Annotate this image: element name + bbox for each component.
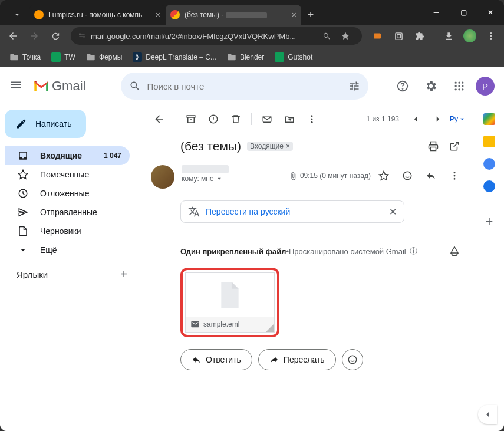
tasks-icon[interactable] <box>483 158 495 170</box>
tune-icon[interactable] <box>348 80 360 92</box>
more-actions-button[interactable] <box>301 108 322 130</box>
gmail-logo[interactable]: Gmail <box>33 78 85 94</box>
calendar-icon[interactable] <box>483 113 495 125</box>
svg-rect-6 <box>397 34 400 38</box>
spam-button[interactable] <box>203 108 224 130</box>
back-to-inbox[interactable] <box>149 108 170 130</box>
bookmark-item[interactable]: Точка <box>5 50 45 64</box>
svg-point-16 <box>458 85 460 87</box>
message-toolbar: 1 из 1 193 Ру <box>140 105 475 133</box>
address-bar: mail.google.com/mail/u/2/#inbox/FMfcgzQV… <box>0 25 504 47</box>
bookmark-item[interactable]: ⟫DeepL Translate – С... <box>128 50 221 64</box>
labels-header: Ярлыки + <box>5 259 136 281</box>
save-to-drive[interactable] <box>444 241 465 262</box>
archive-button[interactable] <box>180 108 202 130</box>
print-button[interactable] <box>423 136 444 157</box>
svg-point-25 <box>311 115 313 117</box>
new-tab-button[interactable]: + <box>302 5 319 25</box>
keep-icon[interactable] <box>483 136 495 147</box>
label-chip[interactable]: Входящие × <box>247 142 293 151</box>
ext-icon-1[interactable] <box>368 27 387 45</box>
site-settings-icon[interactable] <box>78 31 86 41</box>
prev-message[interactable] <box>405 108 426 130</box>
mark-unread-button[interactable] <box>256 108 278 130</box>
nav-inbox[interactable]: Входящие 1 047 <box>5 146 130 165</box>
close-icon[interactable]: × <box>292 10 297 19</box>
header-actions: P <box>391 74 495 98</box>
bookmarks-bar: Точка TW Фермы ⟫DeepL Translate – С... B… <box>0 47 504 67</box>
svg-rect-4 <box>374 34 381 39</box>
reply-quick[interactable] <box>420 165 442 186</box>
forward-button[interactable]: Переслать <box>258 349 336 370</box>
extensions-icon[interactable] <box>410 27 429 45</box>
close-button[interactable]: ✕ <box>477 0 504 25</box>
compose-button[interactable]: Написать <box>5 110 86 138</box>
close-icon[interactable]: × <box>156 10 160 19</box>
input-language[interactable]: Ру <box>450 115 466 123</box>
search-input[interactable] <box>147 81 348 91</box>
info-icon[interactable]: ⓘ <box>410 246 417 256</box>
attachment-preview <box>186 273 274 317</box>
svg-point-26 <box>311 119 313 120</box>
nav-drafts[interactable]: Черновики <box>5 222 130 241</box>
profile-icon[interactable] <box>460 27 479 45</box>
contacts-icon[interactable] <box>483 180 495 192</box>
browser-tab-2[interactable]: (без темы) - × <box>166 5 301 25</box>
sender-avatar[interactable] <box>151 165 174 189</box>
bookmark-item[interactable]: TW <box>47 50 80 64</box>
add-label-button[interactable]: + <box>120 268 127 281</box>
gmail-logo-text: Gmail <box>52 78 85 94</box>
more-icon[interactable] <box>482 27 500 45</box>
browser-tab-1[interactable]: Lumpics.ru - помощь с компь × <box>29 5 165 25</box>
star-message[interactable] <box>373 165 394 186</box>
next-message[interactable] <box>427 108 449 130</box>
react-message[interactable] <box>397 165 418 186</box>
forward-button[interactable] <box>25 27 44 45</box>
nav-sent[interactable]: Отправленные <box>5 203 130 222</box>
subject-row: (без темы) Входящие × <box>140 133 475 162</box>
url-box[interactable]: mail.google.com/mail/u/2/#inbox/FMfcgzQV… <box>71 27 362 45</box>
show-side-panel[interactable] <box>478 405 497 424</box>
nav-more[interactable]: Ещё <box>5 241 130 259</box>
move-to-button[interactable] <box>279 108 300 130</box>
search-box[interactable] <box>121 73 368 100</box>
translate-link[interactable]: Перевести на русский <box>206 207 290 216</box>
maximize-button[interactable]: ▢ <box>450 0 477 25</box>
clock-icon <box>18 188 29 199</box>
svg-rect-22 <box>187 116 195 117</box>
nav-starred[interactable]: Помеченные <box>5 165 130 184</box>
forward-icon <box>269 355 279 364</box>
bookmark-item[interactable]: Blender <box>222 50 269 64</box>
minimize-button[interactable]: ─ <box>423 0 450 25</box>
close-translate[interactable]: ✕ <box>389 206 397 218</box>
pencil-icon <box>15 118 27 130</box>
gmail-header: Gmail P <box>0 67 504 105</box>
help-icon[interactable] <box>391 74 414 98</box>
reload-button[interactable] <box>46 27 65 45</box>
tab-dropdown[interactable] <box>5 5 29 25</box>
search-url-icon[interactable] <box>317 27 336 45</box>
bookmark-item[interactable]: Фермы <box>81 50 127 64</box>
add-addon[interactable]: + <box>486 214 493 229</box>
open-new-window[interactable] <box>444 136 465 157</box>
ext-icon-2[interactable] <box>389 27 408 45</box>
nav-snoozed[interactable]: Отложенные <box>5 184 130 203</box>
reply-button[interactable]: Ответить <box>180 349 252 370</box>
sidebar: Написать Входящие 1 047 Помеченные Отлож… <box>0 105 140 431</box>
bookmark-item[interactable]: Gutshot <box>270 50 317 64</box>
menu-icon[interactable] <box>9 78 24 94</box>
bookmark-star-icon[interactable] <box>336 27 355 45</box>
account-avatar[interactable]: P <box>476 77 495 96</box>
search-icon <box>129 80 141 92</box>
attachment-card[interactable]: sample.eml <box>180 268 279 337</box>
recipient-line[interactable]: кому: мне <box>182 175 289 183</box>
downloads-icon[interactable] <box>439 27 458 45</box>
settings-icon[interactable] <box>419 74 443 98</box>
delete-button[interactable] <box>225 108 246 130</box>
back-button[interactable] <box>4 27 22 45</box>
apps-icon[interactable] <box>447 74 471 98</box>
react-button[interactable] <box>342 349 363 370</box>
send-icon <box>18 207 29 218</box>
titlebar: Lumpics.ru - помощь с компь × (без темы)… <box>0 0 504 25</box>
more-message[interactable] <box>444 165 465 186</box>
